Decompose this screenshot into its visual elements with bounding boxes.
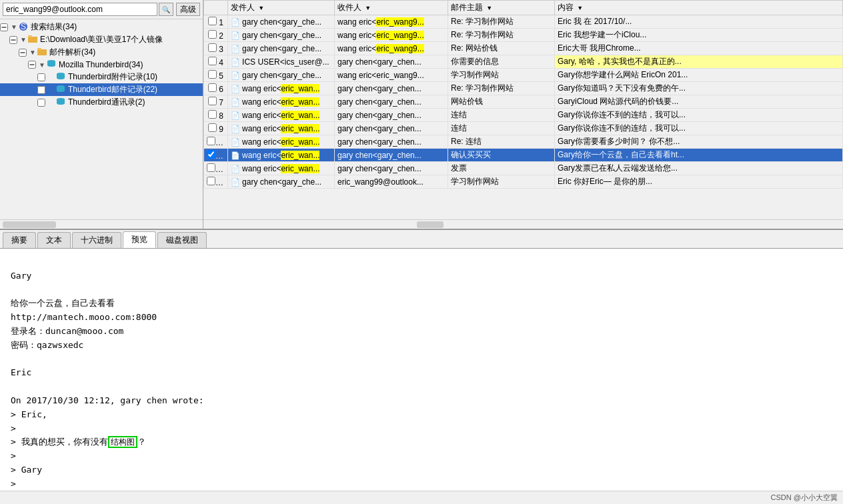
cell-content-10: Gary你需要看多少时间？ 你不想... <box>555 135 843 149</box>
col-header-from[interactable]: 发件人 ▼ <box>228 1 335 15</box>
svg-point-11 <box>57 77 65 79</box>
tree-checkbox-mozilla-thunderbird[interactable] <box>28 61 36 69</box>
col-header-content[interactable]: 内容 ▼ <box>555 1 843 15</box>
row-checkbox-9[interactable] <box>208 123 217 132</box>
table-row[interactable]: 8📄 wang eric<eric_wan...gary chen<gary_c… <box>204 109 843 122</box>
row-checkbox-3[interactable] <box>208 43 217 52</box>
row-checkbox-8[interactable] <box>208 110 217 119</box>
tree-checkbox-download-folder[interactable] <box>9 36 17 44</box>
tab-summary[interactable]: 摘要 <box>3 232 36 248</box>
file-tree: ▼S搜索结果(34)▼E:\Download\美亚\美亚17个人镜像▼邮件解析(… <box>0 19 203 219</box>
tree-item-thunderbird-contacts[interactable]: Thunderbird通讯录(2) <box>0 96 203 109</box>
tree-item-download-folder[interactable]: ▼E:\Download\美亚\美亚17个人镜像 <box>0 33 203 46</box>
table-row[interactable]: 13📄 gary chen<gary_che...eric_wang99@out… <box>204 175 843 189</box>
tree-item-thunderbird-mail[interactable]: Thunderbird邮件记录(22) <box>0 83 203 96</box>
table-row[interactable]: 7📄 wang eric<eric_wan...gary chen<gary_c… <box>204 95 843 109</box>
cell-to-10: gary chen<gary_chen... <box>335 135 448 149</box>
table-row[interactable]: 9📄 wang eric<eric_wan...gary chen<gary_c… <box>204 122 843 135</box>
row-checkbox-12[interactable] <box>207 163 215 172</box>
cell-subject-2: Re: 学习制作网站 <box>448 29 555 42</box>
doc-icon-3: 📄 <box>231 45 242 53</box>
doc-icon-4: 📄 <box>231 58 242 66</box>
cell-from-4: 📄 ICS USER<ics_user@... <box>228 55 335 69</box>
cell-subject-5: 学习制作网站 <box>448 69 555 82</box>
highlight-from-12: eric_wan... <box>281 164 319 173</box>
table-row[interactable]: 12📄 wang eric<eric_wan...gary chen<gary_… <box>204 162 843 175</box>
tree-checkbox-thunderbird-contacts[interactable] <box>37 99 45 107</box>
table-row[interactable]: 5📄 gary chen<gary_che...wang eric<eric_w… <box>204 69 843 82</box>
doc-icon-10: 📄 <box>231 138 242 146</box>
doc-icon-6: 📄 <box>231 85 242 93</box>
table-row[interactable]: 11📄 wang eric<eric_wan...gary chen<gary_… <box>204 149 843 162</box>
cell-from-11: 📄 wang eric<eric_wan... <box>228 149 335 162</box>
tree-label-mozilla-thunderbird: Mozilla Thunderbird(34) <box>59 60 143 69</box>
tree-label-search-results: 搜索结果(34) <box>31 21 77 33</box>
search-bar: 🔍 高级 <box>0 0 203 19</box>
cell-content-1: Eric 我 在 2017/10/... <box>555 15 843 29</box>
search-input[interactable] <box>3 3 157 16</box>
tree-toggle-download-folder: ▼ <box>19 36 28 43</box>
cell-from-10: 📄 wang eric<eric_wan... <box>228 135 335 149</box>
row-checkbox-10[interactable] <box>207 137 215 145</box>
tree-checkbox-mail-parse[interactable] <box>19 49 27 57</box>
cell-content-11: Gary给你一个云盘，自己去看看ht... <box>555 149 843 162</box>
tree-item-mail-parse[interactable]: ▼邮件解析(34) <box>0 46 203 59</box>
tree-toggle-mail-parse: ▼ <box>28 49 37 56</box>
highlight-from-6: eric_wan... <box>281 84 319 93</box>
cell-to-6: gary chen<gary_chen... <box>335 82 448 95</box>
tab-text[interactable]: 文本 <box>37 232 71 248</box>
tree-item-thunderbird-attach[interactable]: Thunderbird附件记录(10) <box>0 71 203 83</box>
tab-preview[interactable]: 预览 <box>123 231 156 248</box>
row-checkbox-4[interactable] <box>208 57 217 65</box>
row-checkbox-7[interactable] <box>208 97 217 105</box>
tree-icon-mozilla-thunderbird <box>47 59 57 70</box>
table-row[interactable]: 3📄 gary chen<gary_che...wang eric<eric_w… <box>204 42 843 55</box>
table-row[interactable]: 4📄 ICS USER<ics_user@...gary chen<gary_c… <box>204 55 843 69</box>
cell-content-9: Gary你说你连不到的连结，我可以... <box>555 122 843 135</box>
cell-to-4: gary chen<gary_chen... <box>335 55 448 69</box>
cell-to-1: wang eric<eric_wang9... <box>335 15 448 29</box>
row-num-5: 5 <box>217 71 223 81</box>
row-checkbox-1[interactable] <box>208 17 217 25</box>
cell-content-12: Gary发票已在私人云端发送给您... <box>555 162 843 175</box>
cell-content-13: Eric 你好Eric— 是你的朋... <box>555 175 843 189</box>
row-checkbox-5[interactable] <box>208 70 217 79</box>
table-hscroll[interactable] <box>203 219 843 229</box>
table-row[interactable]: 6📄 wang eric<eric_wan...gary chen<gary_c… <box>204 82 843 95</box>
search-button[interactable]: 🔍 <box>159 3 173 16</box>
col-header-num[interactable] <box>204 1 228 15</box>
advanced-search-button[interactable]: 高级 <box>176 3 200 16</box>
col-header-to[interactable]: 收件人 ▼ <box>335 1 448 15</box>
sidebar-hscroll[interactable] <box>0 219 203 229</box>
sort-icon-content: ▼ <box>577 5 583 11</box>
tree-label-thunderbird-contacts: Thunderbird通讯录(2) <box>68 97 145 108</box>
table-scroll[interactable]: 发件人 ▼ 收件人 ▼ 邮件主题 ▼ 内容 ▼ <box>203 0 843 219</box>
cell-content-5: Gary你想学建什么网站 EricOn 201... <box>555 69 843 82</box>
bottom-bar: CSDN @小小大空翼 <box>0 491 843 504</box>
tree-checkbox-thunderbird-mail[interactable] <box>37 86 45 94</box>
doc-icon-11: 📄 <box>231 151 242 159</box>
row-checkbox-2[interactable] <box>208 30 217 39</box>
tree-item-mozilla-thunderbird[interactable]: ▼Mozilla Thunderbird(34) <box>0 59 203 71</box>
watermark: CSDN @小小大空翼 <box>771 493 838 503</box>
table-row[interactable]: 10📄 wang eric<eric_wan...gary chen<gary_… <box>204 135 843 149</box>
sort-icon-to: ▼ <box>365 5 371 11</box>
table-row[interactable]: 2📄 gary chen<gary_che...wang eric<eric_w… <box>204 29 843 42</box>
tree-item-search-results[interactable]: ▼S搜索结果(34) <box>0 21 203 33</box>
tab-hex[interactable]: 十六进制 <box>72 232 121 248</box>
tree-label-thunderbird-mail: Thunderbird邮件记录(22) <box>68 84 157 95</box>
row-num-3: 3 <box>217 45 223 54</box>
tab-disk[interactable]: 磁盘视图 <box>157 232 207 248</box>
cell-to-2: wang eric<eric_wang9... <box>335 29 448 42</box>
cell-subject-3: Re: 网站价钱 <box>448 42 555 55</box>
tree-checkbox-thunderbird-attach[interactable] <box>37 73 45 81</box>
table-row[interactable]: 1📄 gary chen<gary_che...wang eric<eric_w… <box>204 15 843 29</box>
tree-checkbox-search-results[interactable] <box>0 23 8 31</box>
row-checkbox-6[interactable] <box>208 83 217 92</box>
highlight-to-2: eric_wang9... <box>376 31 424 40</box>
col-header-subject[interactable]: 邮件主题 ▼ <box>448 1 555 15</box>
row-checkbox-13[interactable] <box>207 177 215 185</box>
cell-subject-8: 连结 <box>448 109 555 122</box>
row-checkbox-11[interactable] <box>207 150 215 159</box>
svg-rect-2 <box>28 37 37 43</box>
